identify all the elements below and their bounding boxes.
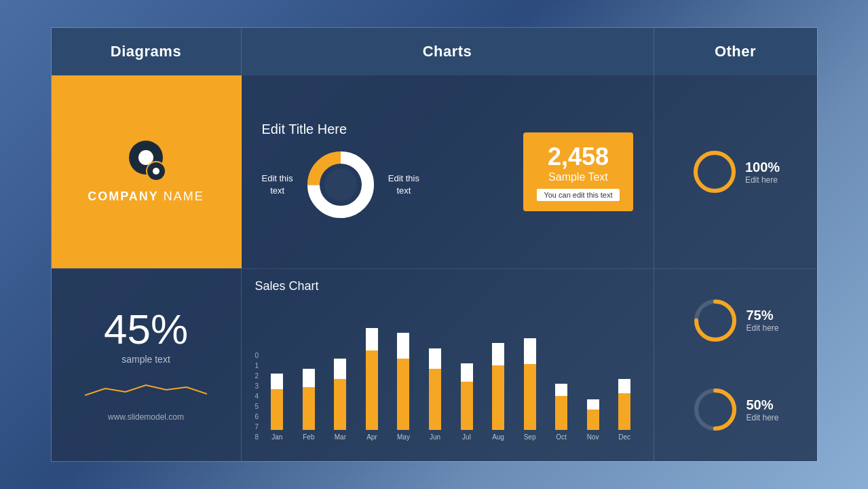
y-axis: 8 7 6 5 4 3 2 1 0 <box>255 352 259 454</box>
chart-top-cell: Edit Title Here Edit thistext Edit thist… <box>242 75 654 268</box>
chart-title[interactable]: Edit Title Here <box>262 122 347 137</box>
header-other-label: Other <box>715 43 756 60</box>
bar-top <box>366 328 378 350</box>
chart-top-left: Edit Title Here Edit thistext Edit thist… <box>262 122 510 222</box>
donut-section: Edit thistext Edit thistext <box>262 147 420 222</box>
donut-right-label[interactable]: Edit thistext <box>388 173 419 197</box>
sales-chart-cell: Sales Chart 8 7 6 5 4 3 2 1 0 JanFebMarA… <box>242 268 654 461</box>
stats-cell: 45% sample text www.slidemodel.com <box>52 268 242 461</box>
bar-top <box>271 374 283 389</box>
stat-sample[interactable]: sample text <box>121 354 170 365</box>
logo-small-circle <box>146 161 166 181</box>
progress-svg-50 <box>692 386 739 433</box>
bar-label: Jul <box>462 433 471 441</box>
progress-edit-100[interactable]: Edit here <box>745 175 780 185</box>
bar-bottom <box>397 359 409 430</box>
progress-circle-75 <box>692 297 739 344</box>
stat-percent: 45% <box>104 308 188 350</box>
progress-svg-100 <box>691 148 738 196</box>
header-diagrams: Diagrams <box>52 28 242 75</box>
bar-top <box>555 384 567 396</box>
bar-group-mar: Mar <box>325 328 356 441</box>
bar-label: Feb <box>303 433 314 441</box>
bar-label: Oct <box>556 433 567 441</box>
donut-chart <box>303 147 378 222</box>
bar-group-jan: Jan <box>262 328 293 441</box>
donut-left-label[interactable]: Edit thistext <box>262 173 293 197</box>
bar-bottom <box>492 365 504 430</box>
progress-percent-50: 50% <box>746 397 778 413</box>
bar-bottom <box>587 410 599 430</box>
header-diagrams-label: Diagrams <box>111 43 181 60</box>
bar-bottom <box>555 396 567 430</box>
progress-text-75: 75% Edit here <box>746 308 778 333</box>
progress-circle-50 <box>692 386 739 433</box>
bar-bottom <box>429 369 441 430</box>
progress-edit-75[interactable]: Edit here <box>746 323 778 333</box>
progress-edit-50[interactable]: Edit here <box>746 413 778 422</box>
bar-group-may: May <box>388 328 419 441</box>
progress-percent-75: 75% <box>746 308 778 323</box>
number-sub[interactable]: You can edit this text <box>537 189 619 201</box>
donut-svg <box>303 147 378 222</box>
bar-wrapper <box>397 328 409 430</box>
bar-wrapper <box>587 328 599 430</box>
progress-item-50: 50% Edit here <box>692 386 778 433</box>
bar-bottom <box>303 387 315 430</box>
company-logo-icon <box>126 141 166 181</box>
bar-top <box>334 359 346 379</box>
bar-group-sep: Sep <box>514 328 545 441</box>
progress-item-75: 75% Edit here <box>692 297 778 344</box>
company-name-strong: COMPANY <box>88 189 159 203</box>
bar-wrapper <box>271 328 283 430</box>
number-box: 2,458 Sample Text You can edit this text <box>523 132 633 211</box>
bar-bottom <box>366 350 378 430</box>
bar-wrapper <box>492 328 504 430</box>
other-bottom-cell: 75% Edit here 50% Edit here <box>654 268 817 461</box>
logo-cell: COMPANY NAME <box>52 75 242 268</box>
bar-group-jul: Jul <box>451 328 482 441</box>
progress-item-100: 100% Edit here <box>691 148 780 196</box>
bar-label: May <box>397 433 410 441</box>
bar-wrapper <box>429 328 441 430</box>
bar-label: Nov <box>587 433 599 441</box>
company-name-rest: NAME <box>159 189 204 203</box>
bar-label: Mar <box>335 433 346 441</box>
bar-group-jun: Jun <box>420 328 451 441</box>
bar-wrapper <box>461 328 473 430</box>
bar-bottom <box>618 393 630 430</box>
bar-label: Jun <box>430 433 440 441</box>
sales-title: Sales Chart <box>255 279 640 293</box>
number-value[interactable]: 2,458 <box>548 143 609 171</box>
bar-wrapper <box>618 328 630 430</box>
bar-wrapper <box>334 328 346 430</box>
bar-bottom <box>524 364 536 430</box>
bar-group-oct: Oct <box>546 328 577 441</box>
bar-group-apr: Apr <box>357 328 388 441</box>
bar-top <box>397 333 409 359</box>
svg-point-5 <box>696 153 734 191</box>
progress-svg-75 <box>692 297 739 344</box>
stat-line-chart <box>85 375 207 402</box>
header-other: Other <box>654 28 817 75</box>
bar-top <box>524 338 536 364</box>
bar-group-nov: Nov <box>578 328 608 441</box>
other-top-cell: 100% Edit here <box>654 75 817 268</box>
logo-dot <box>153 168 159 175</box>
bar-top <box>492 343 504 365</box>
bar-group-feb: Feb <box>294 328 324 441</box>
bar-label: Aug <box>492 433 504 441</box>
bar-wrapper <box>303 328 315 430</box>
bar-top <box>587 399 599 410</box>
bar-wrapper <box>524 328 536 430</box>
bar-bottom <box>461 382 473 430</box>
bars-container: JanFebMarAprMayJunJulAugSepOctNovDec <box>262 339 639 454</box>
bar-label: Sep <box>524 433 536 441</box>
bar-label: Dec <box>618 433 630 441</box>
svg-point-3 <box>324 168 357 201</box>
progress-text-50: 50% Edit here <box>746 397 778 422</box>
number-label[interactable]: Sample Text <box>548 171 608 183</box>
bar-wrapper <box>555 328 567 430</box>
dashboard: Diagrams Charts Other COMPANY NAME Edit … <box>51 27 818 462</box>
bar-group-dec: Dec <box>609 328 640 441</box>
